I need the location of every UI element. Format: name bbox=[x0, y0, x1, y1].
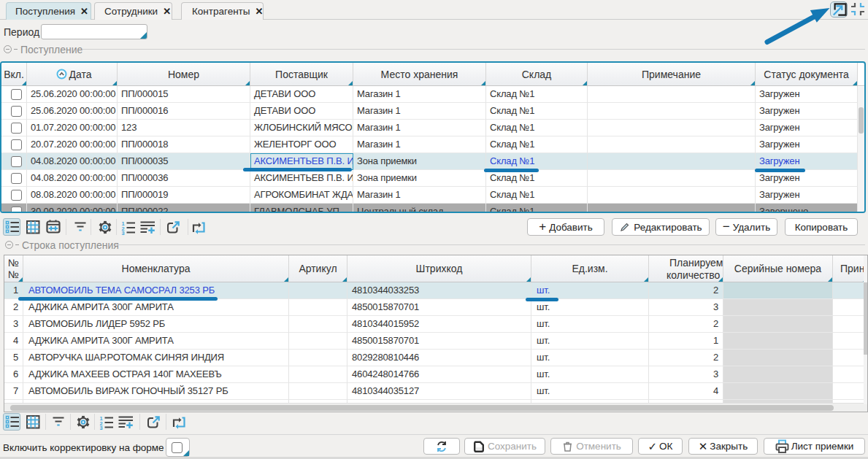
svg-text:3: 3 bbox=[122, 230, 125, 235]
svg-text:3: 3 bbox=[100, 425, 103, 430]
